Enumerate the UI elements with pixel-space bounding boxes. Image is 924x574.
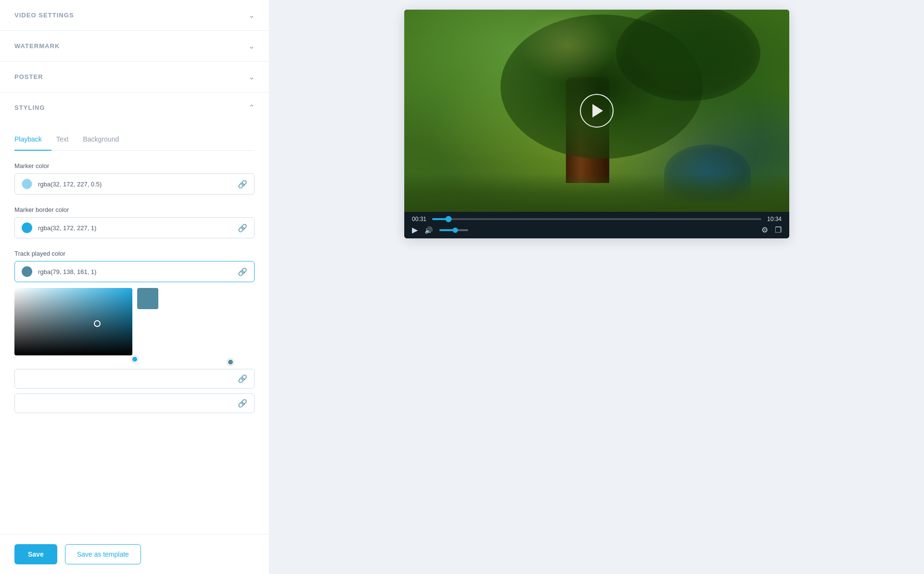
- marker-border-color-swatch: [22, 222, 32, 233]
- video-settings-chevron-icon: ⌄: [248, 11, 255, 20]
- marker-border-color-input[interactable]: rgba(32, 172, 227, 1) 🔗: [14, 217, 255, 238]
- play-button-overlay[interactable]: [580, 94, 614, 128]
- tab-background[interactable]: Background: [83, 128, 129, 151]
- progress-bar[interactable]: [432, 218, 761, 220]
- bottom-bar: Save Save as template: [0, 534, 269, 574]
- video-controls: 00:31 10:34 ▶ 🔊 ⚙: [404, 212, 789, 238]
- track-played-color-label: Track played color: [14, 250, 255, 257]
- track-played-color-swatch: [22, 266, 32, 277]
- marker-border-color-group: Marker border color rgba(32, 172, 227, 1…: [14, 206, 255, 238]
- volume-dot[interactable]: [453, 227, 458, 233]
- marker-color-group: Marker color rgba(32, 172, 227, 0.5) 🔗: [14, 162, 255, 195]
- color-picker-handle[interactable]: [94, 320, 101, 327]
- volume-bar[interactable]: [439, 229, 468, 231]
- marker-color-link-icon[interactable]: 🔗: [238, 180, 247, 189]
- extra-field-1[interactable]: 🔗: [14, 369, 255, 389]
- ground: [404, 173, 789, 212]
- marker-border-link-icon[interactable]: 🔗: [238, 223, 247, 233]
- track-played-color-value: rgba(79, 138, 161, 1): [38, 268, 238, 275]
- video-settings-title: VIDEO SETTINGS: [14, 12, 74, 19]
- marker-border-color-label: Marker border color: [14, 206, 255, 213]
- volume-icon[interactable]: 🔊: [424, 226, 433, 234]
- poster-section[interactable]: POSTER ⌄: [0, 62, 269, 92]
- marker-color-value: rgba(32, 172, 227, 0.5): [38, 181, 238, 188]
- extra-field-2-link-icon[interactable]: 🔗: [238, 399, 247, 408]
- styling-chevron-icon: ⌃: [248, 103, 255, 112]
- color-gradient-box[interactable]: [14, 288, 132, 355]
- hue-thumb[interactable]: [131, 356, 138, 363]
- watermark-chevron-icon: ⌄: [248, 41, 255, 51]
- progress-row: 00:31 10:34: [412, 216, 782, 222]
- extra-field-1-link-icon[interactable]: 🔗: [238, 374, 247, 383]
- watermark-title: WATERMARK: [14, 42, 60, 50]
- video-container: 00:31 10:34 ▶ 🔊 ⚙: [404, 10, 789, 238]
- track-played-color-group: Track played color rgba(79, 138, 161, 1)…: [14, 250, 255, 282]
- total-time: 10:34: [767, 216, 782, 222]
- marker-color-swatch: [22, 179, 32, 189]
- color-preview: [137, 288, 158, 309]
- marker-border-color-value: rgba(32, 172, 227, 1): [38, 224, 238, 232]
- play-icon: [592, 104, 603, 117]
- track-played-link-icon[interactable]: 🔗: [238, 267, 247, 276]
- play-ctrl-icon[interactable]: ▶: [412, 225, 418, 235]
- styling-tabs: Playback Text Background: [14, 128, 255, 151]
- sunlight: [520, 10, 616, 82]
- video-preview: [404, 10, 789, 212]
- progress-dot[interactable]: [446, 216, 452, 222]
- right-panel: 00:31 10:34 ▶ 🔊 ⚙: [270, 0, 924, 574]
- color-picker: [14, 288, 255, 362]
- poster-chevron-icon: ⌄: [248, 72, 255, 81]
- poster-title: POSTER: [14, 73, 43, 80]
- tab-playback[interactable]: Playback: [14, 128, 51, 151]
- styling-content: Playback Text Background Marker color rg…: [0, 123, 269, 421]
- alpha-thumb[interactable]: [227, 359, 234, 365]
- video-settings-section[interactable]: VIDEO SETTINGS ⌄: [0, 0, 269, 31]
- track-played-color-input[interactable]: rgba(79, 138, 161, 1) 🔗: [14, 261, 255, 282]
- hue-alpha-area: [14, 359, 255, 362]
- fullscreen-icon[interactable]: ❐: [775, 225, 782, 235]
- extra-field-2[interactable]: 🔗: [14, 393, 255, 413]
- controls-row: ▶ 🔊 ⚙ ❐: [412, 225, 782, 235]
- save-button[interactable]: Save: [14, 544, 57, 564]
- current-time: 00:31: [412, 216, 426, 222]
- left-panel: VIDEO SETTINGS ⌄ WATERMARK ⌄ POSTER ⌄ ST…: [0, 0, 270, 574]
- styling-title: STYLING: [14, 104, 45, 111]
- tab-text[interactable]: Text: [56, 128, 78, 151]
- marker-color-label: Marker color: [14, 162, 255, 170]
- settings-icon[interactable]: ⚙: [761, 225, 768, 235]
- marker-color-input[interactable]: rgba(32, 172, 227, 0.5) 🔗: [14, 173, 255, 195]
- save-as-template-button[interactable]: Save as template: [65, 544, 141, 564]
- styling-section-header[interactable]: STYLING ⌃: [0, 92, 269, 123]
- watermark-section[interactable]: WATERMARK ⌄: [0, 31, 269, 62]
